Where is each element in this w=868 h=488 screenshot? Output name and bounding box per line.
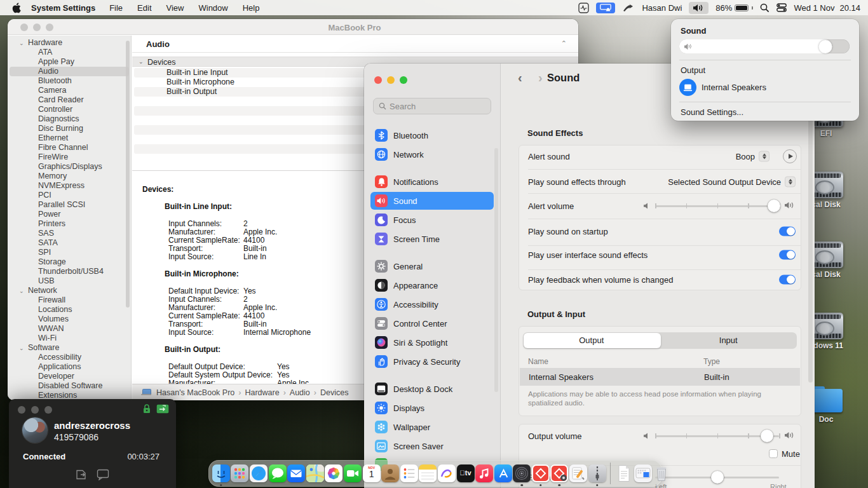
sysinfo-sidebar-item-usb[interactable]: USB [8, 276, 131, 286]
sysinfo-sidebar-item-bluetooth[interactable]: Bluetooth [8, 76, 131, 86]
sysinfo-sidebar-item-locations[interactable]: Locations [8, 305, 131, 315]
sysinfo-titlebar[interactable]: MacBook Pro [8, 19, 578, 35]
sysinfo-sidebar-item-hardware[interactable]: ⌄Hardware [8, 38, 131, 48]
sysinfo-sidebar-item-disc-burning[interactable]: Disc Burning [8, 124, 131, 133]
dock-icon-mail[interactable] [287, 464, 305, 482]
activity-status-icon[interactable] [578, 3, 589, 13]
breadcrumb-item[interactable]: Hasan's MacBook Pro [156, 388, 234, 397]
dock-icon-safari[interactable] [250, 464, 268, 482]
settings-sidebar-item-screen-saver[interactable]: Screen Saver [370, 437, 494, 455]
sysinfo-sidebar-item-controller[interactable]: Controller [8, 105, 131, 114]
dock-icon-photos[interactable] [325, 464, 342, 482]
toggle-startup[interactable] [779, 227, 796, 236]
sysinfo-sidebar-item-apple-pay[interactable]: Apple Pay [8, 57, 131, 67]
sysinfo-sidebar-item-ethernet[interactable]: Ethernet [8, 133, 131, 143]
zoom-button[interactable] [400, 76, 407, 84]
output-input-segmented-control[interactable]: Output Input [523, 332, 797, 349]
sysinfo-sidebar-item-storage[interactable]: Storage [8, 257, 131, 267]
settings-sidebar-item-privacy-security[interactable]: Privacy & Security [370, 353, 494, 370]
dock-icon-keyboard[interactable] [634, 464, 652, 482]
output-volume-slider[interactable] [655, 430, 779, 442]
breadcrumb-item[interactable]: Audio [290, 388, 310, 397]
sysinfo-sidebar-item-sata[interactable]: SATA [8, 238, 131, 248]
close-button[interactable] [20, 24, 28, 31]
settings-sidebar-item-network[interactable]: Network [370, 146, 494, 163]
device-row[interactable]: Internal Speakers Built-in [520, 368, 800, 386]
breadcrumb-item[interactable]: Devices [320, 388, 348, 397]
sysinfo-sidebar-item-disabled-software[interactable]: Disabled Software [8, 381, 131, 391]
close-button[interactable] [18, 406, 25, 414]
sysinfo-sidebar-item-nvmexpress[interactable]: NVMExpress [8, 181, 131, 191]
spotlight-icon[interactable] [760, 3, 770, 13]
alert-sound-stepper[interactable] [759, 151, 770, 162]
chat-icon[interactable] [97, 469, 109, 480]
settings-sidebar-item-general[interactable]: General [370, 257, 494, 275]
sysinfo-sidebar-item-software[interactable]: ⌄Software [8, 343, 131, 353]
settings-sidebar-item-desktop-dock[interactable]: Desktop & Dock [370, 380, 494, 398]
dock-icon-contacts[interactable] [381, 464, 399, 482]
popover-volume-thumb[interactable] [819, 40, 832, 53]
dock-icon-appstore[interactable] [494, 464, 512, 482]
dock-icon-archive[interactable] [588, 464, 606, 482]
menubar-time[interactable]: 20.14 [839, 3, 860, 13]
sysinfo-sidebar-item-wwan[interactable]: WWAN [8, 324, 131, 334]
settings-sidebar-item-sound[interactable]: Sound [370, 192, 494, 210]
settings-scrollbar[interactable] [808, 119, 813, 383]
dock-icon-tv[interactable]: tv [457, 464, 475, 482]
sysinfo-sidebar-item-volumes[interactable]: Volumes [8, 315, 131, 324]
sysinfo-sidebar-item-camera[interactable]: Camera [8, 86, 131, 95]
minimize-button[interactable] [31, 406, 39, 414]
settings-sidebar-item-siri-spotlight[interactable]: Siri & Spotlight [370, 334, 494, 351]
dock-icon-notes[interactable] [419, 464, 437, 482]
sysinfo-sidebar-item-thunderbolt-usb4[interactable]: Thunderbolt/USB4 [8, 267, 131, 276]
menubar-date[interactable]: Wed 1 Nov [794, 3, 834, 13]
sysinfo-sidebar-item-audio[interactable]: Audio [8, 67, 131, 76]
sysinfo-sidebar-item-spi[interactable]: SPI [8, 248, 131, 257]
menu-view[interactable]: View [166, 3, 184, 13]
back-button[interactable]: ‹ [518, 71, 522, 84]
sysinfo-sidebar-item-card-reader[interactable]: Card Reader [8, 95, 131, 105]
alert-volume-slider[interactable] [655, 200, 779, 212]
disclosure-chevron-icon[interactable]: ⌄ [19, 287, 24, 296]
menu-window[interactable]: Window [198, 3, 227, 13]
play-alert-button[interactable] [783, 149, 797, 163]
toggle-volume-feedback[interactable] [779, 275, 796, 285]
disclosure-chevron-icon[interactable]: ⌄ [19, 39, 24, 48]
balance-slider[interactable] [655, 471, 779, 484]
settings-sidebar-item-focus[interactable]: Focus [370, 211, 494, 229]
settings-sidebar-item-control-center[interactable]: Control Center [370, 315, 494, 332]
collapse-chevron-icon[interactable]: ⌃ [561, 39, 567, 48]
menu-edit[interactable]: Edit [137, 3, 151, 13]
sysinfo-sidebar-item-network[interactable]: ⌄Network [8, 286, 131, 295]
sysinfo-sidebar-item-memory[interactable]: Memory [8, 172, 131, 181]
breadcrumb-item[interactable]: Hardware [245, 388, 279, 397]
sysinfo-sidebar-item-wi-fi[interactable]: Wi-Fi [8, 334, 131, 343]
dock-icon-calendar[interactable]: NOV1 [363, 464, 381, 482]
settings-sidebar-item-screen-time[interactable]: Screen Time [370, 230, 494, 248]
play-through-value[interactable]: Selected Sound Output Device [668, 177, 781, 187]
toggle-ui-sounds[interactable] [779, 250, 796, 260]
file-transfer-icon[interactable] [76, 469, 88, 480]
sysinfo-sidebar-item-applications[interactable]: Applications [8, 362, 131, 372]
sysinfo-sidebar-item-printers[interactable]: Printers [8, 219, 131, 229]
sysinfo-sidebar-item-firewire[interactable]: FireWire [8, 152, 131, 162]
settings-sidebar-item-displays[interactable]: Displays [370, 399, 494, 417]
zoom-button[interactable] [44, 406, 52, 414]
alert-volume-thumb[interactable] [768, 200, 780, 212]
settings-sidebar-item-bluetooth[interactable]: Bluetooth [370, 126, 494, 144]
tab-output[interactable]: Output [523, 336, 660, 345]
close-button[interactable] [374, 76, 382, 84]
settings-sidebar-item-accessibility[interactable]: Accessibility [370, 295, 494, 313]
output-device-name[interactable]: Internal Speakers [702, 83, 766, 92]
dock-icon-anydesk2[interactable] [550, 464, 568, 482]
section-header-row[interactable]: Audio ⌃ [132, 36, 578, 53]
active-app-name[interactable]: System Settings [31, 3, 95, 13]
dock-icon-preview[interactable] [569, 464, 587, 482]
forward-button[interactable]: › [538, 71, 543, 84]
sysinfo-sidebar-item-ata[interactable]: ATA [8, 48, 131, 57]
screen-sharing-status-icon[interactable] [596, 3, 615, 13]
dock-icon-finder[interactable] [212, 464, 230, 482]
sysinfo-sidebar-item-pci[interactable]: PCI [8, 191, 131, 200]
menu-help[interactable]: Help [243, 3, 260, 13]
sysinfo-sidebar-item-diagnostics[interactable]: Diagnostics [8, 114, 131, 124]
